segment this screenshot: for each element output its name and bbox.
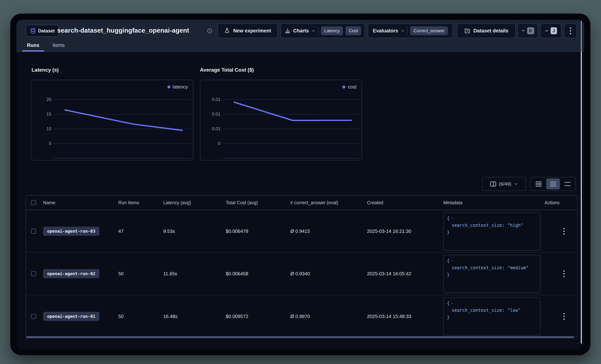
tab-runs[interactable]: Runs [22,39,44,51]
chevron-up-icon [521,29,525,33]
col-header-run-items[interactable]: Run Items [116,200,161,205]
col-header-total-cost[interactable]: Total Cost (avg) [224,200,288,205]
columns-count-label: (6/49) [499,181,511,187]
shortcut-key-j: J [551,27,557,34]
metadata-json-box[interactable]: { search_context_size: "low" } [443,297,541,335]
latency-chart-title: Latency (s) [31,67,59,73]
collapse-chevron-icon[interactable] [451,217,453,220]
shortcut-key-k: K [527,27,534,34]
chevron-down-icon [545,29,549,33]
col-header-latency[interactable]: Latency (avg) [161,200,224,205]
table-row: openai-agent-run-02 50 11.65s $0.006458 … [26,253,577,295]
chevron-down-icon [311,29,315,33]
new-experiment-label: New experiment [233,28,271,34]
select-all-checkbox[interactable] [31,200,36,205]
runs-table: Name Run Items Latency (avg) Total Cost … [26,195,578,337]
charts-label: Charts [293,28,309,34]
latency-line-series [54,80,191,161]
collapse-chevron-icon[interactable] [451,302,453,305]
collapse-chevron-icon[interactable] [451,259,453,262]
header-more-actions-button[interactable] [564,23,577,38]
divider [407,27,408,35]
run-name-badge[interactable]: openai-agent-run-03 [43,227,100,236]
created-value: 2025-03-14 15:48:33 [365,314,441,319]
dataset-type-badge: Dataset [26,25,59,37]
metadata-json-box[interactable]: { search_context_size: "high" } [443,212,541,250]
metadata-cell: { search_context_size: "medium" } [441,253,542,295]
tab-items[interactable]: Items [48,39,70,51]
latency-value: 9.53s [161,229,224,234]
chevron-down-icon [514,182,518,186]
row-checkbox[interactable] [31,314,36,319]
latency-value: 11.65s [161,271,224,277]
vertical-scrollbar-thumb[interactable] [581,51,582,344]
tab-bar: Runs Items [22,39,70,51]
run-name-badge[interactable]: openai-agent-run-02 [43,269,100,278]
kebab-icon [570,28,571,34]
run-name-badge[interactable]: openai-agent-run-01 [43,312,100,321]
table-row: openai-agent-run-01 50 16.48s $0.009572 … [26,295,577,338]
total-cost-value: $0.009572 [224,314,288,319]
header: Dataset search-dataset_huggingface_opena… [17,20,584,52]
row-kebab-button[interactable] [550,313,578,320]
y-tick: 0 [200,141,220,146]
chart-chip-cost[interactable]: Cost [346,26,361,35]
run-items-value: 50 [116,271,161,277]
chevron-down-icon [401,29,405,33]
previous-run-button[interactable]: K [517,23,538,38]
app-window: Dataset search-dataset_huggingface_opena… [10,14,590,355]
chart-chip-latency[interactable]: Latency [321,26,343,35]
row-height-medium-button[interactable] [546,178,560,189]
row-height-toggle [530,177,576,191]
info-icon[interactable] [207,28,212,34]
columns-icon [490,182,496,186]
row-actions [542,228,578,235]
col-header-correct-answer[interactable]: # correct_answer (eval) [288,200,365,205]
col-header-created[interactable]: Created [365,200,441,205]
charts-menu-button[interactable]: Charts Latency Cost [280,23,365,38]
cost-chart-title: Average Total Cost ($) [200,67,254,73]
dataset-badge-label: Dataset [38,28,55,34]
correct-answer-value: Ø 0.9340 [288,271,365,277]
row-checkbox[interactable] [31,229,36,234]
y-tick: 5 [31,141,51,146]
row-kebab-button[interactable] [550,270,578,277]
run-items-value: 47 [116,229,161,234]
metadata-key: search_context_size: [452,223,505,228]
latency-chart: latency 20 15 10 5 [31,80,193,161]
y-tick: 0.01 [200,112,220,117]
metadata-json-box[interactable]: { search_context_size: "medium" } [443,255,541,293]
total-cost-value: $0.006458 [224,271,288,277]
row-height-tall-button[interactable] [561,178,574,189]
row-actions [542,270,578,277]
evaluator-chip-correct-answer[interactable]: Correct_answer [410,26,448,35]
evaluators-menu-button[interactable]: Evaluators Correct_answer [368,23,453,38]
col-header-metadata: Metadata [441,200,542,205]
next-run-button[interactable]: J [540,23,561,38]
row-checkbox[interactable] [31,271,36,276]
metadata-key: search_context_size: [452,308,505,313]
compact-rows-icon [536,182,542,182]
y-tick: 10 [31,126,51,131]
latency-value: 16.48s [161,314,224,319]
column-visibility-button[interactable]: (6/49) [482,177,526,191]
metadata-cell: { search_context_size: "low" } [441,295,542,338]
horizontal-scrollbar[interactable] [26,336,574,338]
correct-answer-value: Ø 0.8970 [288,314,365,319]
new-experiment-button[interactable]: New experiment [218,23,278,38]
vertical-scrollbar-track[interactable] [581,21,582,51]
y-tick: 0.01 [200,97,220,102]
cost-line-series [223,80,360,161]
run-items-value: 50 [116,314,161,319]
col-header-name[interactable]: Name [41,200,116,205]
metadata-cell: { search_context_size: "high" } [441,210,542,252]
row-height-compact-button[interactable] [532,178,545,189]
row-kebab-button[interactable] [550,228,578,235]
col-header-actions: Actions [542,200,578,205]
dataset-details-button[interactable]: Dataset details [457,23,516,38]
y-tick: 20 [31,97,51,102]
divider [318,27,318,35]
cost-chart: cost 0.01 0.01 0.01 0 [200,80,362,161]
table-header-row: Name Run Items Latency (avg) Total Cost … [26,195,577,210]
bar-chart-icon [284,28,291,34]
